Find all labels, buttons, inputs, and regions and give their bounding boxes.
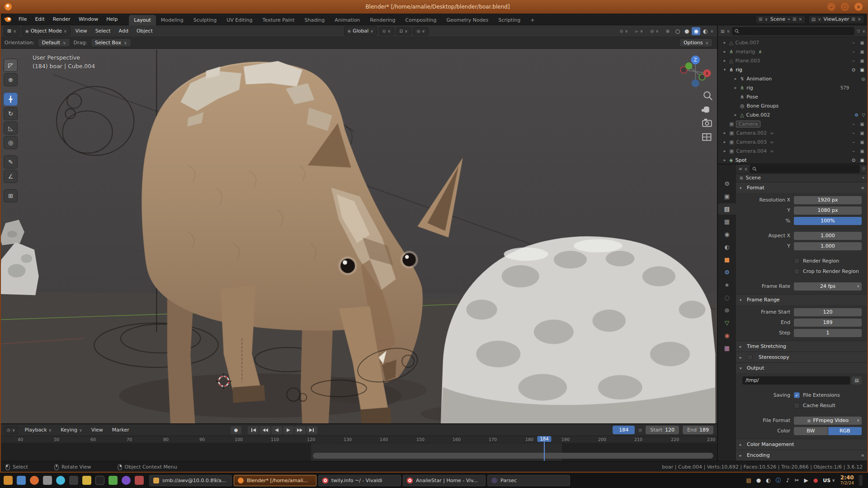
item-name[interactable]: rig	[746, 85, 753, 91]
tab-object-data[interactable]: ▽	[718, 317, 736, 328]
overlays-button[interactable]: ◎∨	[647, 28, 661, 35]
object-name[interactable]: Camera.004	[736, 148, 767, 154]
current-frame-field[interactable]: 184	[613, 426, 635, 434]
tab-constraints[interactable]: ⊚	[718, 305, 736, 316]
unlink-scene-icon[interactable]: ×	[798, 17, 802, 22]
expand-icon[interactable]: ▸	[722, 131, 727, 135]
panel-stereoscopy-header[interactable]: ▸ Stereoscopy	[736, 352, 868, 362]
launcher-icon[interactable]	[135, 476, 144, 485]
tab-view-layer[interactable]: ▦	[718, 216, 736, 227]
menu-keying[interactable]: Keying∨	[58, 426, 85, 434]
tab-world[interactable]: ◐	[718, 241, 736, 253]
tab-scripting[interactable]: Scripting	[493, 15, 525, 25]
tray-files-icon[interactable]: ▤	[746, 477, 751, 483]
minimize-button[interactable]: –	[827, 3, 835, 11]
shading-solid-button[interactable]: ●	[683, 27, 691, 35]
gizmos-button[interactable]: ▻∨	[632, 28, 646, 35]
disable-in-render-icon[interactable]: ▣	[859, 49, 865, 54]
disable-in-render-icon[interactable]: ▣	[859, 58, 865, 63]
frame-rate-dropdown[interactable]: 24 fps∨	[794, 282, 862, 291]
close-button[interactable]: ×	[854, 3, 863, 11]
tab-uv-editing[interactable]: UV Editing	[222, 15, 257, 25]
resolution-percent-slider[interactable]: 100%	[794, 217, 862, 225]
launcher-icon[interactable]	[4, 476, 13, 485]
tool-measure[interactable]: ∠	[4, 170, 18, 183]
hide-in-viewport-icon[interactable]: ⌣	[850, 58, 857, 63]
stereoscopy-checkbox[interactable]	[747, 354, 753, 360]
timeline-ruler[interactable]: 40 50 60 70 80 90 100 110 120 130 140 15…	[0, 436, 717, 443]
launcher-icon[interactable]	[30, 476, 39, 485]
launcher-icon[interactable]	[108, 476, 118, 485]
expand-icon[interactable]: ▸	[722, 49, 727, 54]
tool-cursor[interactable]: ⊕	[4, 73, 18, 86]
panel-frame-range-header[interactable]: ▾ Frame Range	[736, 295, 868, 305]
timeline-tracks[interactable]	[0, 443, 717, 461]
outliner-row-cube002[interactable]: ▸ △ Cube.002 ⚙ ▽	[718, 110, 868, 119]
outliner-row-animation[interactable]: ▸ ↯ Animation ◎	[718, 74, 868, 83]
tab-physics[interactable]: ◌	[718, 292, 736, 303]
launcher-icon[interactable]	[43, 476, 52, 485]
object-name[interactable]: rig	[736, 67, 742, 73]
resolution-y-field[interactable]: 1080 px	[794, 206, 862, 215]
hide-in-viewport-icon[interactable]: ⌣	[850, 40, 857, 45]
tab-modifiers[interactable]: ⚙	[718, 267, 736, 278]
outliner-row-rig[interactable]: ▾ ⋔ rig ⊙ ▣	[718, 65, 868, 74]
playhead[interactable]: 184	[544, 436, 545, 461]
frame-end-field[interactable]: 189	[794, 319, 862, 327]
menu-window[interactable]: Window	[75, 14, 102, 24]
panel-output-header[interactable]: ▾ Output	[736, 363, 868, 373]
tab-layout[interactable]: Layout	[129, 15, 156, 25]
editor-type-button[interactable]: ⊞ ∨	[4, 26, 20, 36]
hide-in-viewport-icon[interactable]: ⌣	[850, 148, 857, 154]
menu-edit[interactable]: Edit	[31, 14, 48, 24]
jump-to-start-button[interactable]	[248, 426, 259, 434]
tool-transform[interactable]: ◎	[4, 136, 18, 149]
tab-output[interactable]: ▤	[718, 203, 736, 215]
snapping-button[interactable]: Ω ∨	[396, 27, 411, 35]
output-path-field[interactable]: /tmp/	[742, 376, 850, 385]
pin-icon[interactable]: ⌖	[862, 175, 864, 180]
panel-encoding-header[interactable]: ▸ Encoding ≡	[736, 450, 868, 460]
presets-icon[interactable]: ≡	[861, 453, 864, 458]
proportional-edit-button[interactable]: ◎ ∨	[413, 27, 428, 35]
menu-select[interactable]: Select	[92, 27, 114, 35]
color-rgb-button[interactable]: RGB	[828, 427, 862, 435]
viewport-3d[interactable]: Z X User Perspective (184) boar | Cube.0…	[0, 49, 717, 423]
resolution-x-field[interactable]: 1920 px	[794, 196, 862, 204]
properties-search-input[interactable]	[750, 165, 860, 173]
mode-selector[interactable]: ◉ Object Mode ∨	[22, 26, 71, 36]
cache-result-checkbox[interactable]	[794, 403, 800, 408]
outliner-row-spot[interactable]: ▸ ◈ Spot ⊙ ▣	[718, 155, 868, 164]
auto-key-button[interactable]: ●	[231, 426, 241, 434]
tool-rotate[interactable]: ↻	[4, 107, 18, 120]
scene-selector[interactable]: ⊞ ∨ Scene ⌖ ⊞ ×	[755, 15, 806, 24]
outliner-row-rig-data[interactable]: ▸ ⋔ rig 579	[718, 83, 868, 92]
launcher-icon[interactable]	[69, 476, 78, 485]
expand-icon[interactable]: ▸	[733, 85, 738, 90]
launcher-icon[interactable]	[95, 476, 104, 485]
taskbar-window-smb[interactable]: smb://awv@10.0.0.89/a...	[149, 475, 232, 486]
hide-in-viewport-icon[interactable]: ⌣	[850, 130, 857, 136]
outliner-row-cube007[interactable]: ▸ △ Cube.007 ⌣ ▣	[718, 38, 868, 47]
object-name[interactable]: metarig	[736, 49, 755, 55]
tray-status-icon[interactable]: ◐	[766, 477, 770, 483]
shading-material-button[interactable]: ◉	[692, 27, 700, 35]
play-reverse-button[interactable]	[271, 426, 282, 434]
shading-wireframe-button[interactable]: ○	[673, 27, 681, 35]
expand-icon[interactable]: ▸	[733, 113, 738, 117]
tool-move[interactable]: ╋	[4, 93, 18, 106]
next-keyframe-button[interactable]	[295, 426, 306, 434]
drag-dropdown[interactable]: Select Box ∨	[91, 38, 131, 47]
transform-orientation[interactable]: ⊕ Global ∨	[344, 26, 377, 36]
menu-object[interactable]: Object	[133, 27, 156, 35]
outliner-row-camera[interactable]: ▣ Camera ⌣ ▣	[718, 119, 868, 128]
taskbar-window-parsec[interactable]: Parsec	[487, 475, 570, 486]
disable-in-render-icon[interactable]: ▣	[859, 140, 865, 145]
tab-sculpting[interactable]: Sculpting	[189, 15, 222, 25]
remove-viewlayer-icon[interactable]: ×	[858, 17, 861, 22]
orientation-dropdown[interactable]: Default ∨	[38, 38, 70, 47]
taskbar-window-vivaldi-1[interactable]: twily.info ~/ - Vivaldi	[318, 475, 401, 486]
item-name[interactable]: Cube.002	[746, 112, 770, 118]
tool-annotate[interactable]: ✎	[4, 155, 18, 169]
launcher-icon[interactable]	[122, 476, 131, 485]
